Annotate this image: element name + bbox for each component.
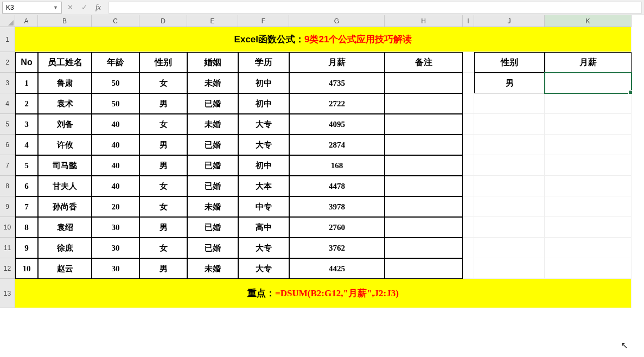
cell-K7[interactable] (545, 155, 632, 176)
cell-J3[interactable]: 男 (474, 73, 545, 93)
cell-J6[interactable] (474, 135, 545, 155)
cell-E4[interactable]: 已婚 (187, 93, 238, 114)
row-header-2[interactable]: 2 (0, 52, 15, 73)
cell-H11[interactable] (385, 238, 463, 258)
cell-A11[interactable]: 9 (15, 238, 38, 258)
header-age[interactable]: 年龄 (92, 52, 139, 73)
cell-J5[interactable] (474, 114, 545, 135)
cell-J11[interactable] (474, 238, 545, 258)
cell-K11[interactable] (545, 238, 632, 258)
cell-J4[interactable] (474, 93, 545, 114)
fx-button[interactable]: fx (92, 2, 104, 14)
cell-I4[interactable] (463, 93, 474, 114)
cell-F4[interactable]: 初中 (238, 93, 289, 114)
cell-K9[interactable] (545, 196, 632, 217)
cell-F5[interactable]: 大专 (238, 114, 289, 135)
cell-I8[interactable] (463, 176, 474, 196)
cell-I9[interactable] (463, 196, 474, 217)
cell-F7[interactable]: 初中 (238, 155, 289, 176)
cell-D4[interactable]: 男 (139, 93, 187, 114)
cell-G4[interactable]: 2722 (289, 93, 385, 114)
cell-B4[interactable]: 袁术 (38, 93, 92, 114)
select-all-corner[interactable] (0, 15, 15, 27)
col-header-F[interactable]: F (238, 15, 289, 27)
header-education[interactable]: 学历 (238, 52, 289, 73)
cell-B11[interactable]: 徐庶 (38, 238, 92, 258)
cell-D9[interactable]: 女 (139, 196, 187, 217)
confirm-icon[interactable]: ✓ (78, 2, 90, 14)
cell-B9[interactable]: 孙尚香 (38, 196, 92, 217)
cell-H7[interactable] (385, 155, 463, 176)
name-box[interactable]: K3 ▼ (2, 2, 62, 14)
cell-H5[interactable] (385, 114, 463, 135)
cell-A10[interactable]: 8 (15, 217, 38, 238)
cell-G7[interactable]: 168 (289, 155, 385, 176)
cell-I10[interactable] (463, 217, 474, 238)
cell-B6[interactable]: 许攸 (38, 135, 92, 155)
col-header-G[interactable]: G (289, 15, 385, 27)
cell-K8[interactable] (545, 176, 632, 196)
header-salary[interactable]: 月薪 (289, 52, 385, 73)
cell-E11[interactable]: 已婚 (187, 238, 238, 258)
row-header-5[interactable]: 5 (0, 114, 15, 135)
cell-A3[interactable]: 1 (15, 73, 38, 93)
row-header-7[interactable]: 7 (0, 155, 15, 176)
cell-C7[interactable]: 40 (92, 155, 139, 176)
cell-F11[interactable]: 大专 (238, 238, 289, 258)
cell-I7[interactable] (463, 155, 474, 176)
cell-H4[interactable] (385, 93, 463, 114)
header-marriage[interactable]: 婚姻 (187, 52, 238, 73)
cell-D7[interactable]: 男 (139, 155, 187, 176)
row-header-12[interactable]: 12 (0, 258, 15, 279)
cell-E10[interactable]: 已婚 (187, 217, 238, 238)
cell-A8[interactable]: 6 (15, 176, 38, 196)
cell-A4[interactable]: 2 (15, 93, 38, 114)
cell-E5[interactable]: 未婚 (187, 114, 238, 135)
cell-E7[interactable]: 已婚 (187, 155, 238, 176)
row-header-6[interactable]: 6 (0, 135, 15, 155)
cell-D3[interactable]: 女 (139, 73, 187, 93)
cell-H8[interactable] (385, 176, 463, 196)
header-gender[interactable]: 性别 (139, 52, 187, 73)
cell-C12[interactable]: 30 (92, 258, 139, 279)
cell-G12[interactable]: 4425 (289, 258, 385, 279)
cell-H10[interactable] (385, 217, 463, 238)
cell-D11[interactable]: 女 (139, 238, 187, 258)
cell-B10[interactable]: 袁绍 (38, 217, 92, 238)
cell-J12[interactable] (474, 258, 545, 279)
col-header-I[interactable]: I (463, 15, 474, 27)
cell-A9[interactable]: 7 (15, 196, 38, 217)
cell-D12[interactable]: 男 (139, 258, 187, 279)
cell-D6[interactable]: 男 (139, 135, 187, 155)
cell-G5[interactable]: 4095 (289, 114, 385, 135)
col-header-D[interactable]: D (139, 15, 187, 27)
cell-H12[interactable] (385, 258, 463, 279)
header-crit-gender[interactable]: 性别 (474, 52, 545, 73)
header-crit-salary[interactable]: 月薪 (545, 52, 632, 73)
cell-E12[interactable]: 未婚 (187, 258, 238, 279)
cell-G3[interactable]: 4735 (289, 73, 385, 93)
col-header-B[interactable]: B (38, 15, 92, 27)
cell-B5[interactable]: 刘备 (38, 114, 92, 135)
cell-I11[interactable] (463, 238, 474, 258)
cell-K10[interactable] (545, 217, 632, 238)
cell-G6[interactable]: 2874 (289, 135, 385, 155)
cell-G9[interactable]: 3978 (289, 196, 385, 217)
cell-F8[interactable]: 大本 (238, 176, 289, 196)
col-header-J[interactable]: J (474, 15, 545, 27)
cell-K3[interactable] (545, 73, 632, 93)
cell-E9[interactable]: 未婚 (187, 196, 238, 217)
cell-J8[interactable] (474, 176, 545, 196)
header-no[interactable]: No (15, 52, 38, 73)
cancel-icon[interactable]: ✕ (64, 2, 76, 14)
cell-E3[interactable]: 未婚 (187, 73, 238, 93)
row-header-8[interactable]: 8 (0, 176, 15, 196)
row-header-11[interactable]: 11 (0, 238, 15, 258)
cell-C9[interactable]: 20 (92, 196, 139, 217)
col-header-E[interactable]: E (187, 15, 238, 27)
cell-J10[interactable] (474, 217, 545, 238)
title-banner[interactable]: Excel函数公式： 9类21个公式应用技巧解读 (15, 27, 632, 52)
cell-C3[interactable]: 50 (92, 73, 139, 93)
row-header-13[interactable]: 13 (0, 279, 15, 308)
header-note[interactable]: 备注 (385, 52, 463, 73)
